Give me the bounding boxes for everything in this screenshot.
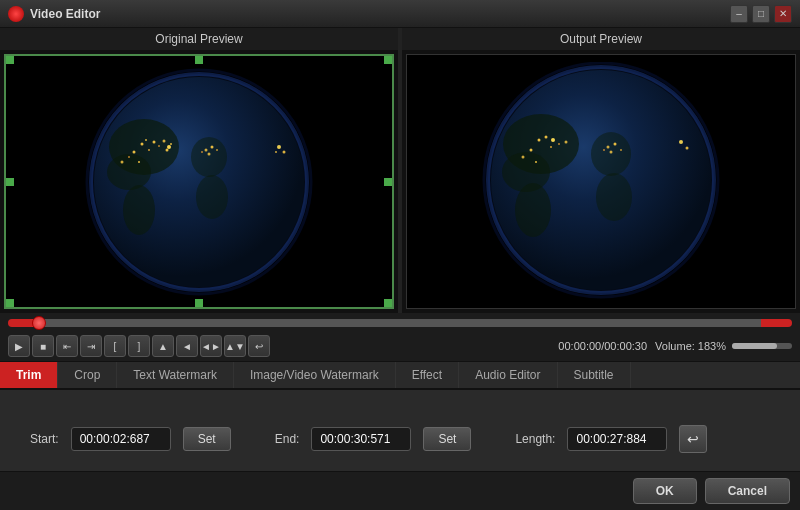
svg-point-23 (211, 145, 214, 148)
mark-in-button[interactable]: [ (104, 335, 126, 357)
svg-point-39 (515, 183, 551, 237)
reverse-button[interactable]: ↩ (679, 425, 707, 453)
svg-point-48 (530, 148, 533, 151)
tab-effect[interactable]: Effect (396, 362, 459, 388)
tab-bar: Trim Crop Text Watermark Image/Video Wat… (0, 361, 800, 390)
svg-point-10 (145, 139, 147, 141)
svg-point-17 (121, 160, 124, 163)
title-text: Video Editor (30, 7, 730, 21)
play-button[interactable]: ▶ (8, 335, 30, 357)
trim-controls-row: Start: Set End: Set Length: ↩ (30, 425, 770, 453)
transport-controls: ▶ ■ ⇤ ⇥ [ ] ▲ ◄ ◄► ▲▼ ↩ 00:00:00/00:00:3… (0, 331, 800, 361)
svg-point-29 (275, 151, 277, 153)
svg-point-27 (277, 145, 281, 149)
svg-point-21 (170, 143, 172, 145)
close-button[interactable]: ✕ (774, 5, 792, 23)
stop-button[interactable]: ■ (32, 335, 54, 357)
output-earth-svg (411, 62, 791, 302)
maximize-button[interactable]: □ (752, 5, 770, 23)
svg-point-11 (153, 140, 156, 143)
svg-point-8 (196, 175, 228, 219)
svg-point-20 (166, 148, 169, 151)
svg-point-7 (191, 137, 227, 177)
svg-point-15 (133, 150, 136, 153)
handle-bm[interactable] (195, 299, 203, 307)
tab-crop[interactable]: Crop (58, 362, 117, 388)
svg-point-50 (535, 161, 537, 163)
end-time-input[interactable] (311, 427, 411, 451)
svg-point-41 (596, 173, 632, 221)
handle-br[interactable] (384, 299, 392, 307)
end-label: End: (275, 432, 300, 446)
set-start-button[interactable]: Set (183, 427, 231, 451)
svg-point-44 (551, 138, 555, 142)
split-button[interactable]: ▲ (152, 335, 174, 357)
tab-image-video-watermark[interactable]: Image/Video Watermark (234, 362, 396, 388)
length-label: Length: (515, 432, 555, 446)
cancel-button[interactable]: Cancel (705, 478, 790, 504)
tab-trim[interactable]: Trim (0, 362, 58, 388)
app-icon (8, 6, 24, 22)
ok-button[interactable]: OK (633, 478, 697, 504)
svg-point-14 (148, 149, 150, 151)
length-display[interactable] (567, 427, 667, 451)
volume-label: Volume: 183% (655, 340, 726, 352)
svg-point-13 (163, 139, 166, 142)
handle-bl[interactable] (6, 299, 14, 307)
volume-slider[interactable] (732, 343, 792, 349)
tab-text-watermark[interactable]: Text Watermark (117, 362, 234, 388)
svg-point-24 (216, 149, 218, 151)
svg-point-6 (123, 185, 155, 235)
handle-tr[interactable] (384, 56, 392, 64)
start-label: Start: (30, 432, 59, 446)
svg-point-22 (205, 148, 208, 151)
original-earth-svg (34, 62, 364, 302)
svg-point-26 (201, 151, 203, 153)
step-back-button[interactable]: ⇤ (56, 335, 78, 357)
minimize-button[interactable]: – (730, 5, 748, 23)
svg-point-46 (565, 140, 568, 143)
preview-area: Original Preview (0, 28, 800, 313)
handle-mr[interactable] (384, 178, 392, 186)
svg-point-51 (607, 145, 610, 148)
original-preview-label: Original Preview (0, 28, 398, 50)
start-time-input[interactable] (71, 427, 171, 451)
svg-point-18 (138, 161, 140, 163)
svg-point-40 (591, 132, 631, 176)
handle-tm[interactable] (195, 56, 203, 64)
tab-audio-editor[interactable]: Audio Editor (459, 362, 557, 388)
svg-point-57 (686, 146, 689, 149)
trim-content: Start: Set End: Set Length: ↩ (0, 390, 800, 473)
mark-out-button[interactable]: ] (128, 335, 150, 357)
prev-frame-button[interactable]: ◄ (176, 335, 198, 357)
title-bar: Video Editor – □ ✕ (0, 0, 800, 28)
step-forward-button[interactable]: ⇥ (80, 335, 102, 357)
handle-tl[interactable] (6, 56, 14, 64)
svg-point-52 (614, 142, 617, 145)
handle-ml[interactable] (6, 178, 14, 186)
svg-point-9 (141, 142, 144, 145)
svg-point-49 (522, 155, 525, 158)
original-earth-display (6, 56, 392, 307)
svg-point-42 (538, 138, 541, 141)
svg-point-47 (550, 146, 552, 148)
original-video-frame (4, 54, 394, 309)
undo-button[interactable]: ↩ (248, 335, 270, 357)
progress-thumb[interactable] (32, 316, 46, 330)
original-preview-panel: Original Preview (0, 28, 398, 313)
progress-track[interactable] (8, 319, 792, 327)
svg-point-25 (208, 152, 211, 155)
set-end-button[interactable]: Set (423, 427, 471, 451)
flip-h-button[interactable]: ◄► (200, 335, 222, 357)
bottom-bar: OK Cancel (0, 471, 800, 510)
tab-subtitle[interactable]: Subtitle (558, 362, 631, 388)
output-preview-label: Output Preview (402, 28, 800, 50)
svg-point-19 (167, 145, 171, 149)
svg-point-53 (620, 149, 622, 151)
window-controls: – □ ✕ (730, 5, 792, 23)
timeline-area (0, 313, 800, 331)
svg-point-45 (558, 143, 560, 145)
flip-v-button[interactable]: ▲▼ (224, 335, 246, 357)
time-display: 00:00:00/00:00:30 (558, 340, 647, 352)
svg-point-5 (107, 154, 151, 190)
